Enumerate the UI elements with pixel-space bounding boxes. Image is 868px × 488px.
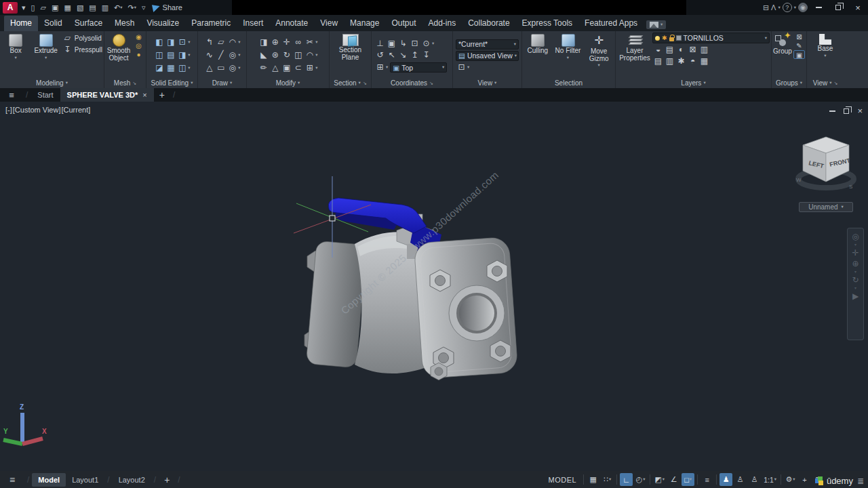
panel-label-solid-editing[interactable]: Solid Editing▾	[146, 78, 197, 88]
autodesk-account-icon[interactable]: Λ	[771, 3, 776, 12]
tool-icon[interactable]: ◨	[258, 37, 269, 47]
panel-label-selection[interactable]: Selection	[522, 78, 615, 88]
annotation-autoscale-button[interactable]: ♙	[734, 473, 747, 486]
polysolid-button[interactable]: ▱ Polysolid	[62, 33, 102, 44]
layer-select[interactable]: ✱ TORNILLOS ▾	[652, 33, 770, 43]
flyout-caret-icon[interactable]: ▾	[188, 66, 190, 70]
tool-icon[interactable]: ◐	[675, 45, 687, 55]
orbit-icon[interactable]: ↻	[852, 275, 859, 285]
tool-icon[interactable]: ↳	[397, 39, 409, 49]
tool-icon[interactable]: ◫	[176, 63, 188, 73]
tool-icon[interactable]: ✱	[675, 56, 687, 66]
named-ucs-button[interactable]: Unnamed▾	[799, 202, 853, 212]
extrude-button[interactable]: Extrude▾	[31, 33, 60, 60]
ribbon-tab-solid[interactable]: Solid	[38, 16, 68, 31]
tool-icon[interactable]: ◨	[176, 50, 188, 60]
tool-icon[interactable]: ◨	[165, 37, 176, 47]
panel-launcher-icon[interactable]: ↘	[833, 81, 837, 86]
viewport-visual-style-control[interactable]: [Current]	[62, 106, 91, 114]
named-views-icon[interactable]: ⊡	[456, 62, 467, 73]
object-snap-tracking-button[interactable]: ∠	[667, 473, 680, 486]
base-button[interactable]: Base▾	[813, 33, 837, 58]
ucs-icon[interactable]: ⊞	[374, 62, 386, 73]
ribbon-tab-parametric[interactable]: Parametric	[185, 16, 237, 31]
navigation-wheel-icon[interactable]: ◎	[852, 232, 859, 241]
tool-icon[interactable]: ◧	[153, 37, 165, 47]
viewport-close-icon[interactable]: ×	[857, 106, 863, 116]
customize-quick-access-icon[interactable]: ▿	[139, 0, 149, 15]
navigation-wheel-caret-icon[interactable]: ▾	[854, 243, 856, 247]
tool-icon[interactable]: ∿	[203, 50, 215, 60]
tool-icon[interactable]: ▦	[698, 56, 710, 66]
layer-properties-button[interactable]: Layer Properties	[618, 33, 651, 62]
layout-tab-layout1[interactable]: Layout1	[66, 473, 104, 487]
panel-launcher-icon[interactable]: ↘	[132, 81, 136, 86]
group-button[interactable]: ✦ Group	[773, 33, 792, 56]
tool-icon[interactable]: ✂	[304, 37, 315, 47]
showmotion-icon[interactable]: ▶	[852, 291, 859, 301]
mesh-tool-icon[interactable]: ◎	[133, 41, 144, 50]
tool-icon[interactable]: ▤	[652, 56, 664, 66]
presspull-button[interactable]: ↧ Presspull	[62, 44, 102, 56]
layout-tab-model[interactable]: Model	[32, 473, 66, 487]
tool-icon[interactable]: ↥	[409, 50, 420, 60]
isodraft-button[interactable]: ◩▾	[653, 473, 666, 486]
ribbon-tab-add-ins[interactable]: Add-ins	[422, 16, 462, 31]
isolate-objects-button[interactable]: ▣	[812, 473, 825, 486]
annotation-scale-button[interactable]: 1:1▾	[762, 473, 778, 486]
group-tool-icon[interactable]: ✎	[793, 41, 805, 50]
panel-label-draw[interactable]: Draw▾	[198, 78, 246, 88]
file-tab-sphere-valve[interactable]: SPHERE VALVE 3D* ×	[60, 88, 154, 102]
autocad-logo[interactable]: A	[3, 2, 18, 14]
mesh-tool-icon[interactable]: ●	[133, 50, 144, 59]
panel-label-view2[interactable]: View▾↘	[807, 78, 844, 88]
zoom-icon[interactable]: ⊕	[852, 259, 859, 268]
file-tab-menu-icon[interactable]: ≡	[0, 90, 23, 100]
visual-style-select[interactable]: *Current*▾	[456, 39, 519, 49]
panel-label-coordinates[interactable]: Coordinates↘	[372, 78, 452, 88]
no-filter-button[interactable]: No Filter▾	[553, 33, 583, 60]
share-button[interactable]: Share	[149, 3, 186, 12]
group-tool-icon[interactable]: ⊠	[793, 33, 805, 41]
restore-button[interactable]	[829, 0, 847, 15]
annotation-scale-list-button[interactable]: ♙	[748, 473, 761, 486]
new-file-icon[interactable]: ▯	[28, 0, 38, 15]
panel-label-modeling[interactable]: Modeling▾	[0, 78, 104, 88]
section-plane-button[interactable]: Section Plane	[335, 33, 366, 61]
tool-icon[interactable]: ⊕	[269, 37, 281, 47]
tool-icon[interactable]: ◪	[153, 63, 165, 73]
ribbon-tab-express-tools[interactable]: Express Tools	[516, 16, 578, 31]
viewport-view-control[interactable]: [Custom View]	[13, 106, 61, 114]
ribbon-tab-annotate[interactable]: Annotate	[269, 16, 314, 31]
redo-icon[interactable]: ↷▾	[125, 0, 139, 15]
move-gizmo-button[interactable]: ✛ Move Gizmo▾	[584, 33, 614, 68]
ribbon-tab-home[interactable]: Home	[4, 16, 38, 31]
ribbon-tab-surface[interactable]: Surface	[68, 16, 108, 31]
flyout-caret-icon[interactable]: ▾	[315, 53, 317, 58]
save-icon[interactable]: ▣	[49, 0, 61, 15]
tool-icon[interactable]: ↻	[281, 50, 292, 60]
mesh-tool-icon[interactable]: ◉	[133, 33, 144, 41]
tool-icon[interactable]: ◎	[226, 50, 238, 60]
view-direction-select[interactable]: ▣ Top ▾	[390, 62, 447, 73]
flyout-caret-icon[interactable]: ▾	[238, 40, 240, 45]
tool-icon[interactable]: ✛	[281, 37, 292, 47]
model-space-indicator[interactable]: MODEL	[549, 476, 577, 484]
culling-button[interactable]: Culling	[524, 33, 552, 55]
compass-south-label[interactable]: S	[849, 184, 852, 190]
tool-icon[interactable]: ▥	[698, 45, 710, 55]
flyout-caret-icon[interactable]: ▾	[238, 66, 240, 70]
tool-icon[interactable]: ⊂	[292, 63, 304, 73]
panel-launcher-icon[interactable]: ↘	[363, 81, 367, 86]
compass-west-label[interactable]: W	[796, 177, 802, 183]
tool-icon[interactable]: ◣	[258, 50, 269, 60]
tool-icon[interactable]: ▤	[165, 50, 176, 60]
snap-mode-button[interactable]: ∷▾	[601, 473, 614, 486]
viewport-menu-control[interactable]: [-]	[5, 106, 12, 114]
account-caret-icon[interactable]: ▾	[778, 5, 780, 10]
print-icon[interactable]: ▥	[99, 0, 111, 15]
flyout-caret-icon[interactable]: ▾	[238, 53, 240, 58]
open-from-mobile-icon[interactable]: ▤	[86, 0, 98, 15]
panel-label-view3d[interactable]: View▾	[453, 78, 521, 88]
tool-icon[interactable]: ▦	[165, 63, 176, 73]
